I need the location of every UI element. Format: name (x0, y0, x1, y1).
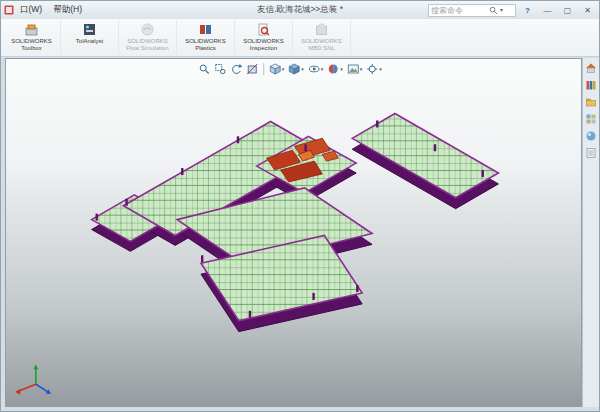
ribbon-label: Flow Simulation (126, 45, 168, 52)
model-decks (92, 114, 499, 321)
ribbon-label: Toolbox (11, 45, 52, 52)
view-orientation-icon[interactable]: ▾ (268, 62, 286, 76)
ribbon-item-solidworks-toolbox[interactable]: SOLIDWORKSToolbox (3, 20, 61, 55)
ribbon-label: MBD SNL (301, 45, 342, 52)
ribbon-item-inspection[interactable]: SOLIDWORKSInspection (235, 20, 293, 55)
edit-appearance-icon[interactable]: ▾ (326, 62, 344, 76)
graphics-area[interactable]: ▾ ▾ ▾ ▾ ▾ ▾ (5, 58, 582, 407)
ribbon-item-mbd-snl: SOLIDWORKSMBD SNL (293, 20, 351, 55)
solidworks-window: 口(W) 帮助(H) 友信.欧海花城>>总装 * ▾ ? — ▢ ✕ (0, 0, 600, 412)
minimize-button[interactable]: — (539, 4, 556, 17)
ribbon-label: SOLIDWORKS (11, 38, 52, 45)
dropdown-caret-icon[interactable]: ▾ (321, 67, 324, 72)
ribbon-item-plastics[interactable]: SOLIDWORKSPlastics (177, 20, 235, 55)
zoom-to-fit-icon[interactable] (197, 62, 211, 76)
dropdown-caret-icon[interactable]: ▾ (301, 67, 304, 72)
ribbon-label: SOLIDWORKS (126, 38, 168, 45)
ribbon-label: SOLIDWORKS (185, 38, 226, 45)
dropdown-caret-icon[interactable]: ▾ (282, 67, 285, 72)
dropdown-caret-icon[interactable]: ▾ (340, 67, 343, 72)
solidworks-resources-icon[interactable] (585, 62, 597, 74)
ribbon-label: Plastics (185, 45, 226, 52)
command-search[interactable]: ▾ (428, 4, 516, 17)
plastics-icon (198, 22, 213, 37)
close-button[interactable]: ✕ (579, 4, 596, 17)
ribbon-label: SOLIDWORKS (301, 38, 342, 45)
ribbon-label: SOLIDWORKS (243, 38, 284, 45)
ribbon-addins: SOLIDWORKSToolbox TolAnalyst SOLIDWORKSF… (1, 19, 599, 57)
search-input[interactable] (431, 6, 487, 15)
menu-help[interactable]: 帮助(H) (51, 3, 84, 17)
heads-up-toolbar: ▾ ▾ ▾ ▾ ▾ ▾ (197, 62, 383, 76)
help-button[interactable]: ? (519, 4, 536, 17)
hud-separator (263, 63, 264, 75)
task-pane-strip (582, 58, 599, 407)
search-dropdown-icon[interactable]: ▾ (500, 7, 503, 13)
window-title: 友信.欧海花城>>总装 * (257, 4, 343, 16)
view-palette-icon[interactable] (585, 113, 597, 125)
section-view-icon[interactable] (245, 62, 259, 76)
design-library-icon[interactable] (585, 79, 597, 91)
dropdown-caret-icon[interactable]: ▾ (360, 67, 363, 72)
titlebar-right: ▾ ? — ▢ ✕ (428, 4, 596, 17)
ribbon-item-flow-simulation: SOLIDWORKSFlow Simulation (119, 20, 177, 55)
title-bar: 口(W) 帮助(H) 友信.欧海花城>>总装 * ▾ ? — ▢ ✕ (1, 1, 599, 19)
view-settings-icon[interactable]: ▾ (365, 62, 383, 76)
ribbon-label: Inspection (243, 45, 284, 52)
flow-simulation-icon (140, 22, 155, 37)
appearances-icon[interactable] (585, 130, 597, 142)
mbd-icon (314, 22, 329, 37)
custom-properties-icon[interactable] (585, 147, 597, 159)
toolbox-icon (24, 22, 39, 37)
tolanalyst-icon (82, 22, 97, 37)
app-menu-icon[interactable] (4, 5, 14, 15)
inspection-icon (256, 22, 271, 37)
apply-scene-icon[interactable]: ▾ (346, 62, 364, 76)
maximize-button[interactable]: ▢ (559, 4, 576, 17)
dropdown-caret-icon[interactable]: ▾ (379, 67, 382, 72)
formwork-model[interactable] (6, 59, 581, 406)
previous-view-icon[interactable] (229, 62, 243, 76)
zoom-to-area-icon[interactable] (213, 62, 227, 76)
menu-window[interactable]: 口(W) (18, 3, 44, 17)
display-style-icon[interactable]: ▾ (287, 62, 305, 76)
orientation-triad (16, 364, 51, 394)
ribbon-label: TolAnalyst (76, 38, 103, 45)
hide-show-items-icon[interactable]: ▾ (307, 62, 325, 76)
ribbon-item-tolanalyst[interactable]: TolAnalyst (61, 20, 119, 55)
file-explorer-icon[interactable] (585, 96, 597, 108)
search-icon[interactable] (489, 6, 498, 15)
menu-bar: 口(W) 帮助(H) (18, 3, 84, 17)
